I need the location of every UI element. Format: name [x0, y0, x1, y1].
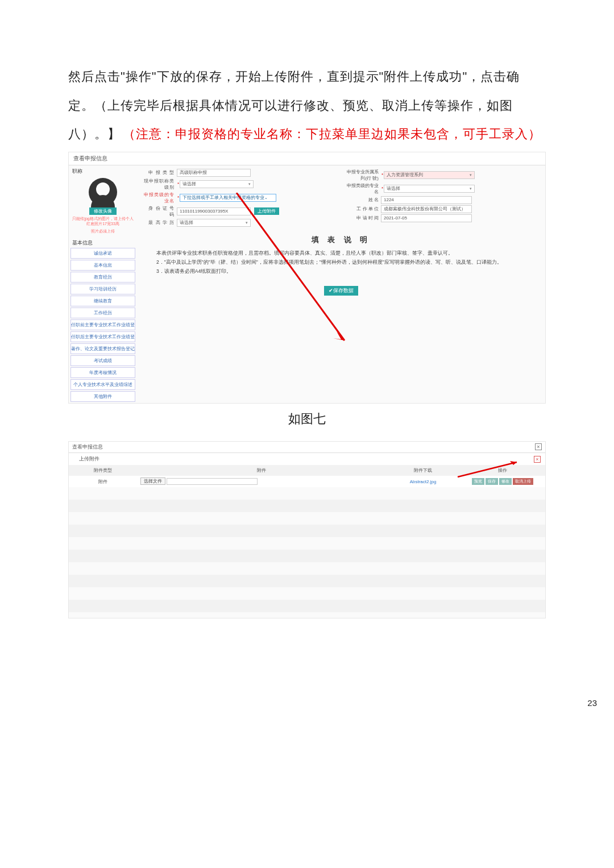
sidebar-item[interactable]: 考试成绩: [70, 355, 135, 366]
date-field: 2021-07-05: [381, 214, 472, 222]
name-field: 1224: [381, 196, 472, 204]
figure-caption: 如图七: [68, 410, 546, 427]
sidebar-item[interactable]: 教育经历: [70, 272, 135, 283]
page-number: 23: [0, 647, 614, 708]
specialty-name-select[interactable]: 下拉选择或手工录入相关申报资格的专业⌄: [180, 194, 276, 202]
modify-button[interactable]: 修改: [499, 478, 512, 485]
figure-7-screenshot: 查看申报信息 职称 修改头像 只能传jpg格式的图片，请上传个人红底照片17宽3…: [68, 152, 546, 404]
sidebar-item[interactable]: 任职前主要专业技术工作业绩登: [70, 319, 135, 330]
sidebar-item[interactable]: 个人专业技术水平及业绩综述: [70, 379, 135, 390]
figure-8-screenshot: 查看申报信息 × 上传附件 × 附件类型 附件 附件下载 操作 附件 选择文件 …: [68, 441, 546, 618]
download-link[interactable]: Abstract2.jpg: [410, 479, 437, 484]
file-path-field[interactable]: [167, 478, 258, 485]
sidebar-item[interactable]: 学习培训经历: [70, 284, 135, 294]
chevron-down-icon: ▾: [248, 180, 251, 188]
choose-file-button[interactable]: 选择文件: [140, 477, 165, 485]
current-level-select[interactable]: 请选择▾: [180, 180, 254, 188]
instruction-paragraph: 然后点击"操作"下放的保存，开始上传附件，直到提示"附件上传成功"，点击确定。（…: [68, 63, 546, 149]
sidebar: 职称 修改头像 只能传jpg格式的图片，请上传个人红底照片17宽33高 照片必须…: [69, 165, 137, 403]
sidebar-item[interactable]: 任职后主要专业技术工作业绩登: [70, 331, 135, 342]
series-select[interactable]: 人力资源管理系列▾: [384, 171, 475, 179]
sidebar-item[interactable]: 基本信息: [70, 260, 135, 271]
upload-attachment-button[interactable]: 上传附件: [254, 207, 279, 215]
avatar-icon: [89, 178, 117, 206]
sidebar-item[interactable]: 其他附件: [70, 391, 135, 402]
chevron-down-icon: ▾: [246, 219, 248, 227]
window-title: 查看申报信息: [69, 152, 545, 165]
education-select[interactable]: 请选择▾: [177, 219, 251, 227]
chevron-down-icon: ⌄: [264, 194, 268, 202]
close-icon[interactable]: ×: [535, 443, 542, 450]
svg-marker-3: [510, 461, 517, 465]
chevron-down-icon: ▾: [470, 171, 472, 179]
save-data-button[interactable]: ✔保存数据: [324, 286, 358, 296]
chevron-down-icon: ▾: [470, 185, 472, 193]
upload-section-label: 上传附件: [73, 455, 99, 463]
empty-rows: [69, 487, 545, 618]
apply-type-value: 高级职称申报: [177, 169, 251, 177]
cancel-upload-button[interactable]: 取消上传: [513, 478, 533, 485]
row-operations: 预览保存修改取消上传: [460, 476, 545, 487]
attachment-table: 附件类型 附件 附件下载 操作 附件 选择文件 Abstract2.jpg 预览…: [69, 465, 545, 618]
preview-button[interactable]: 预览: [472, 478, 484, 485]
window-title: 查看申报信息: [72, 443, 103, 451]
unit-field: 成都索极伟业科技股份有限公司（测试）: [381, 205, 472, 213]
save-button[interactable]: 保存: [486, 478, 498, 485]
sidebar-item[interactable]: 工作经历: [70, 308, 135, 318]
sidebar-item[interactable]: 著作、论文及重要技术报告登记: [70, 343, 135, 354]
id-field: 110101199003037395X: [177, 207, 251, 215]
specialty-level-select[interactable]: 请选择▾: [384, 185, 475, 193]
close-icon[interactable]: ×: [534, 456, 541, 463]
sidebar-item[interactable]: 诚信承诺: [70, 248, 135, 259]
change-avatar-button[interactable]: 修改头像: [89, 207, 117, 215]
table-row-type: 附件: [69, 476, 137, 487]
sidebar-item[interactable]: 继续教育: [70, 296, 135, 306]
sidebar-item[interactable]: 年度考核情况: [70, 367, 135, 378]
svg-marker-1: [333, 331, 345, 340]
main-panel: 申 报 类 型高级职称申报 现申报职称类级别*请选择▾ 申报类级的专业名*下拉选…: [137, 165, 545, 403]
instruction-title: 填 表 说 明: [143, 235, 540, 245]
